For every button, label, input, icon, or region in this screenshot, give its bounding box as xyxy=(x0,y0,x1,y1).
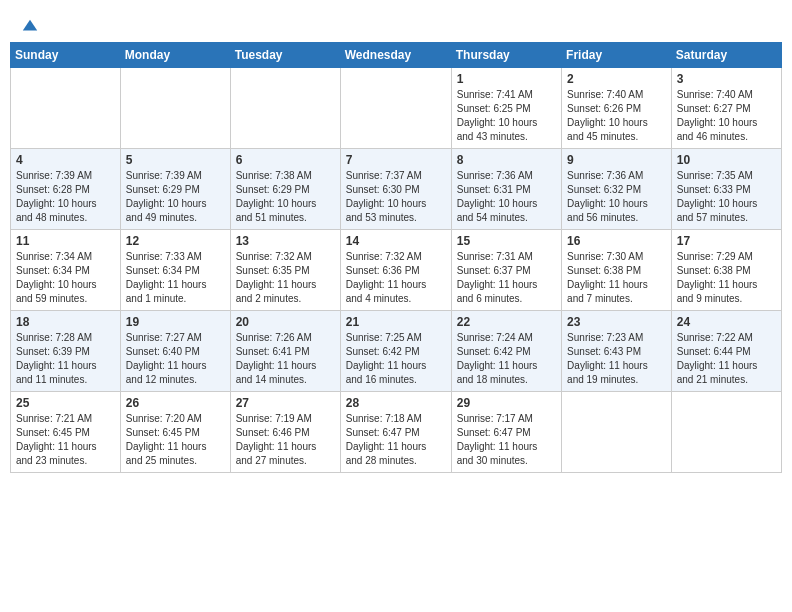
day-info: Sunrise: 7:28 AM Sunset: 6:39 PM Dayligh… xyxy=(16,331,115,387)
day-info: Sunrise: 7:25 AM Sunset: 6:42 PM Dayligh… xyxy=(346,331,446,387)
calendar-cell: 16Sunrise: 7:30 AM Sunset: 6:38 PM Dayli… xyxy=(562,230,672,311)
calendar-cell: 17Sunrise: 7:29 AM Sunset: 6:38 PM Dayli… xyxy=(671,230,781,311)
day-info: Sunrise: 7:33 AM Sunset: 6:34 PM Dayligh… xyxy=(126,250,225,306)
day-number: 15 xyxy=(457,234,556,248)
week-row-5: 25Sunrise: 7:21 AM Sunset: 6:45 PM Dayli… xyxy=(11,392,782,473)
calendar-cell xyxy=(340,68,451,149)
day-number: 2 xyxy=(567,72,666,86)
calendar-cell: 14Sunrise: 7:32 AM Sunset: 6:36 PM Dayli… xyxy=(340,230,451,311)
day-info: Sunrise: 7:20 AM Sunset: 6:45 PM Dayligh… xyxy=(126,412,225,468)
day-number: 17 xyxy=(677,234,776,248)
day-info: Sunrise: 7:19 AM Sunset: 6:46 PM Dayligh… xyxy=(236,412,335,468)
day-info: Sunrise: 7:22 AM Sunset: 6:44 PM Dayligh… xyxy=(677,331,776,387)
day-info: Sunrise: 7:29 AM Sunset: 6:38 PM Dayligh… xyxy=(677,250,776,306)
day-info: Sunrise: 7:36 AM Sunset: 6:31 PM Dayligh… xyxy=(457,169,556,225)
day-number: 28 xyxy=(346,396,446,410)
calendar-cell: 9Sunrise: 7:36 AM Sunset: 6:32 PM Daylig… xyxy=(562,149,672,230)
calendar-cell: 12Sunrise: 7:33 AM Sunset: 6:34 PM Dayli… xyxy=(120,230,230,311)
day-header-wednesday: Wednesday xyxy=(340,43,451,68)
week-row-1: 1Sunrise: 7:41 AM Sunset: 6:25 PM Daylig… xyxy=(11,68,782,149)
day-info: Sunrise: 7:41 AM Sunset: 6:25 PM Dayligh… xyxy=(457,88,556,144)
day-number: 5 xyxy=(126,153,225,167)
day-number: 4 xyxy=(16,153,115,167)
day-info: Sunrise: 7:24 AM Sunset: 6:42 PM Dayligh… xyxy=(457,331,556,387)
day-number: 9 xyxy=(567,153,666,167)
calendar-cell: 26Sunrise: 7:20 AM Sunset: 6:45 PM Dayli… xyxy=(120,392,230,473)
calendar-cell: 21Sunrise: 7:25 AM Sunset: 6:42 PM Dayli… xyxy=(340,311,451,392)
logo-icon xyxy=(21,18,39,36)
day-number: 20 xyxy=(236,315,335,329)
day-number: 22 xyxy=(457,315,556,329)
day-number: 1 xyxy=(457,72,556,86)
calendar-cell xyxy=(120,68,230,149)
day-header-thursday: Thursday xyxy=(451,43,561,68)
day-header-saturday: Saturday xyxy=(671,43,781,68)
calendar-cell: 25Sunrise: 7:21 AM Sunset: 6:45 PM Dayli… xyxy=(11,392,121,473)
day-number: 3 xyxy=(677,72,776,86)
day-number: 10 xyxy=(677,153,776,167)
calendar-cell: 11Sunrise: 7:34 AM Sunset: 6:34 PM Dayli… xyxy=(11,230,121,311)
day-number: 19 xyxy=(126,315,225,329)
calendar-cell: 28Sunrise: 7:18 AM Sunset: 6:47 PM Dayli… xyxy=(340,392,451,473)
calendar-cell: 15Sunrise: 7:31 AM Sunset: 6:37 PM Dayli… xyxy=(451,230,561,311)
calendar-cell: 1Sunrise: 7:41 AM Sunset: 6:25 PM Daylig… xyxy=(451,68,561,149)
day-info: Sunrise: 7:32 AM Sunset: 6:35 PM Dayligh… xyxy=(236,250,335,306)
day-info: Sunrise: 7:34 AM Sunset: 6:34 PM Dayligh… xyxy=(16,250,115,306)
week-row-2: 4Sunrise: 7:39 AM Sunset: 6:28 PM Daylig… xyxy=(11,149,782,230)
calendar-cell: 19Sunrise: 7:27 AM Sunset: 6:40 PM Dayli… xyxy=(120,311,230,392)
calendar-table: SundayMondayTuesdayWednesdayThursdayFrid… xyxy=(10,42,782,473)
day-number: 11 xyxy=(16,234,115,248)
day-number: 21 xyxy=(346,315,446,329)
day-info: Sunrise: 7:39 AM Sunset: 6:29 PM Dayligh… xyxy=(126,169,225,225)
day-info: Sunrise: 7:40 AM Sunset: 6:26 PM Dayligh… xyxy=(567,88,666,144)
day-number: 23 xyxy=(567,315,666,329)
day-info: Sunrise: 7:37 AM Sunset: 6:30 PM Dayligh… xyxy=(346,169,446,225)
day-info: Sunrise: 7:36 AM Sunset: 6:32 PM Dayligh… xyxy=(567,169,666,225)
calendar-cell: 2Sunrise: 7:40 AM Sunset: 6:26 PM Daylig… xyxy=(562,68,672,149)
day-number: 6 xyxy=(236,153,335,167)
calendar-cell xyxy=(230,68,340,149)
day-number: 18 xyxy=(16,315,115,329)
day-info: Sunrise: 7:31 AM Sunset: 6:37 PM Dayligh… xyxy=(457,250,556,306)
calendar-cell: 8Sunrise: 7:36 AM Sunset: 6:31 PM Daylig… xyxy=(451,149,561,230)
calendar-cell: 24Sunrise: 7:22 AM Sunset: 6:44 PM Dayli… xyxy=(671,311,781,392)
calendar-cell: 7Sunrise: 7:37 AM Sunset: 6:30 PM Daylig… xyxy=(340,149,451,230)
day-number: 25 xyxy=(16,396,115,410)
calendar-header-row: SundayMondayTuesdayWednesdayThursdayFrid… xyxy=(11,43,782,68)
day-info: Sunrise: 7:32 AM Sunset: 6:36 PM Dayligh… xyxy=(346,250,446,306)
day-number: 12 xyxy=(126,234,225,248)
day-number: 29 xyxy=(457,396,556,410)
calendar-cell: 18Sunrise: 7:28 AM Sunset: 6:39 PM Dayli… xyxy=(11,311,121,392)
page-header xyxy=(10,10,782,38)
day-info: Sunrise: 7:23 AM Sunset: 6:43 PM Dayligh… xyxy=(567,331,666,387)
day-number: 13 xyxy=(236,234,335,248)
week-row-4: 18Sunrise: 7:28 AM Sunset: 6:39 PM Dayli… xyxy=(11,311,782,392)
day-number: 8 xyxy=(457,153,556,167)
day-info: Sunrise: 7:40 AM Sunset: 6:27 PM Dayligh… xyxy=(677,88,776,144)
calendar-cell: 6Sunrise: 7:38 AM Sunset: 6:29 PM Daylig… xyxy=(230,149,340,230)
calendar-cell: 23Sunrise: 7:23 AM Sunset: 6:43 PM Dayli… xyxy=(562,311,672,392)
day-info: Sunrise: 7:18 AM Sunset: 6:47 PM Dayligh… xyxy=(346,412,446,468)
day-info: Sunrise: 7:38 AM Sunset: 6:29 PM Dayligh… xyxy=(236,169,335,225)
svg-marker-0 xyxy=(23,20,37,31)
calendar-cell: 5Sunrise: 7:39 AM Sunset: 6:29 PM Daylig… xyxy=(120,149,230,230)
day-info: Sunrise: 7:17 AM Sunset: 6:47 PM Dayligh… xyxy=(457,412,556,468)
calendar-cell: 22Sunrise: 7:24 AM Sunset: 6:42 PM Dayli… xyxy=(451,311,561,392)
calendar-cell xyxy=(562,392,672,473)
calendar-cell: 13Sunrise: 7:32 AM Sunset: 6:35 PM Dayli… xyxy=(230,230,340,311)
calendar-cell: 29Sunrise: 7:17 AM Sunset: 6:47 PM Dayli… xyxy=(451,392,561,473)
week-row-3: 11Sunrise: 7:34 AM Sunset: 6:34 PM Dayli… xyxy=(11,230,782,311)
day-number: 14 xyxy=(346,234,446,248)
day-header-monday: Monday xyxy=(120,43,230,68)
calendar-cell: 3Sunrise: 7:40 AM Sunset: 6:27 PM Daylig… xyxy=(671,68,781,149)
day-number: 7 xyxy=(346,153,446,167)
day-number: 16 xyxy=(567,234,666,248)
day-info: Sunrise: 7:21 AM Sunset: 6:45 PM Dayligh… xyxy=(16,412,115,468)
day-info: Sunrise: 7:27 AM Sunset: 6:40 PM Dayligh… xyxy=(126,331,225,387)
day-info: Sunrise: 7:30 AM Sunset: 6:38 PM Dayligh… xyxy=(567,250,666,306)
day-number: 24 xyxy=(677,315,776,329)
day-header-friday: Friday xyxy=(562,43,672,68)
day-header-sunday: Sunday xyxy=(11,43,121,68)
logo xyxy=(20,18,39,34)
day-info: Sunrise: 7:26 AM Sunset: 6:41 PM Dayligh… xyxy=(236,331,335,387)
